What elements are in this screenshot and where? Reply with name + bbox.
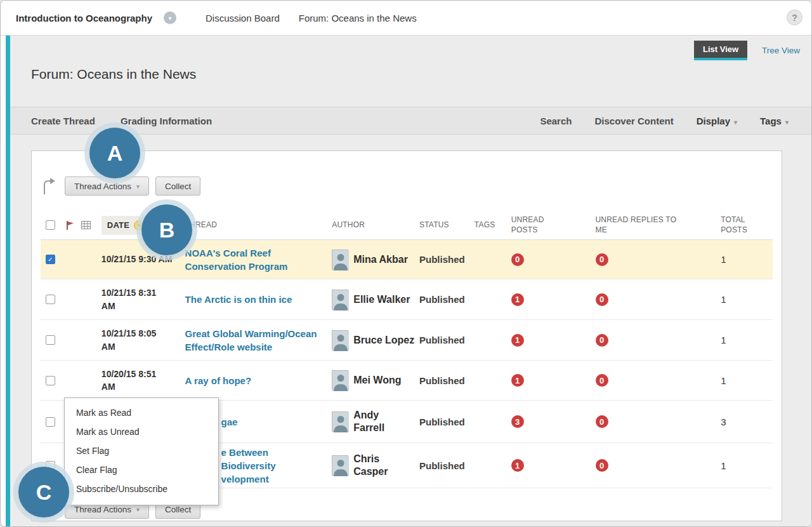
annotation-circle-b: B xyxy=(141,204,192,255)
author-avatar xyxy=(332,250,348,270)
unread-posts-badge: 1 xyxy=(511,374,524,387)
discover-content-button[interactable]: Discover Content xyxy=(594,116,673,126)
thread-actions-label: Thread Actions xyxy=(74,182,131,191)
menu-item-subscribe-unsubscribe[interactable]: Subscribe/Unsubscribe xyxy=(65,479,218,498)
tab-tree-view[interactable]: Tree View xyxy=(762,46,800,55)
thread-link[interactable]: A ray of hope? xyxy=(185,374,324,387)
thread-author-cell: Bruce Lopez xyxy=(332,330,419,350)
collect-button[interactable]: Collect xyxy=(155,177,200,196)
search-button[interactable]: Search xyxy=(540,116,572,126)
action-bar-right: Search Discover Content Display▾ Tags▾ xyxy=(540,116,789,126)
header-unread-replies-label: UNREAD REPLIES TO ME xyxy=(592,215,715,235)
row-checkbox[interactable] xyxy=(46,295,55,304)
author-name: Mei Wong xyxy=(353,374,401,387)
display-label: Display xyxy=(697,116,730,126)
accent-stripe xyxy=(6,36,10,526)
unread-replies-cell: 0 xyxy=(592,334,715,347)
thread-status: Published xyxy=(419,460,475,471)
select-all-checkbox[interactable] xyxy=(46,220,55,230)
row-checkbox-cell xyxy=(41,295,66,304)
row-checkbox[interactable] xyxy=(46,335,55,345)
grading-information-button[interactable]: Grading Information xyxy=(121,116,212,126)
tab-list-view[interactable]: List View xyxy=(694,41,747,60)
unread-posts-cell: 1 xyxy=(502,459,592,472)
annotation-circle-c: C xyxy=(18,467,69,517)
unread-posts-badge: 3 xyxy=(511,415,524,428)
thread-title-cell: The Arctic is on thin ice xyxy=(184,293,332,306)
author-avatar xyxy=(332,290,348,310)
unread-replies-cell: 0 xyxy=(592,374,715,387)
thread-date: 10/21/15 8:05 AM xyxy=(100,327,184,353)
total-posts: 1 xyxy=(714,375,773,386)
thread-actions-button[interactable]: Thread Actions ▾ xyxy=(65,177,149,196)
unread-posts-cell: 1 xyxy=(502,293,592,306)
unread-replies-badge: 0 xyxy=(596,459,608,472)
display-menu-button[interactable]: Display▾ xyxy=(697,116,737,126)
unread-replies-cell: 0 xyxy=(592,415,715,428)
action-bar: Create Thread Grading Information Search… xyxy=(10,107,811,135)
thread-link[interactable]: NOAA's Coral Reef Conservation Program xyxy=(185,246,324,273)
author-avatar xyxy=(332,370,348,390)
author-avatar xyxy=(332,411,348,432)
thread-actions-label: Thread Actions xyxy=(74,505,131,514)
menu-item-mark-as-unread[interactable]: Mark as Unread xyxy=(65,422,218,441)
unread-replies-cell: 0 xyxy=(592,253,715,266)
unread-replies-badge: 0 xyxy=(596,293,608,306)
unread-replies-cell: 0 xyxy=(592,459,715,472)
thread-status: Published xyxy=(419,375,475,386)
thread-author-cell: Ellie Walker xyxy=(332,290,419,310)
header-author-label: AUTHOR xyxy=(332,220,419,230)
header-date-label: DATE xyxy=(107,220,129,230)
header-checkbox-cell xyxy=(41,220,66,230)
invert-selection-arrow-icon[interactable] xyxy=(41,177,56,195)
page-title: Forum: Oceans in the News xyxy=(31,67,196,82)
unread-posts-cell: 3 xyxy=(502,415,592,428)
unread-posts-cell: 0 xyxy=(502,253,592,266)
unread-posts-cell: 1 xyxy=(502,374,592,387)
row-checkbox-cell xyxy=(41,335,66,345)
header-icons-cell xyxy=(66,220,100,230)
row-checkbox-cell: ✓ xyxy=(41,255,66,264)
author-name: Andy Farrell xyxy=(353,409,384,434)
row-checkbox-cell xyxy=(41,417,66,427)
unread-posts-badge: 0 xyxy=(511,253,524,266)
menu-item-mark-as-read[interactable]: Mark as Read xyxy=(65,403,218,422)
help-icon[interactable]: ? xyxy=(787,10,802,25)
thread-status: Published xyxy=(419,254,475,265)
unread-replies-badge: 0 xyxy=(596,374,608,387)
breadcrumb-discussion-board[interactable]: Discussion Board xyxy=(206,13,280,23)
chevron-down-icon: ▾ xyxy=(734,119,737,126)
thread-title-cell: A ray of hope? xyxy=(184,374,332,387)
create-thread-button[interactable]: Create Thread xyxy=(31,116,95,126)
total-posts: 1 xyxy=(714,254,773,265)
tags-menu-button[interactable]: Tags▾ xyxy=(760,116,789,126)
thread-link[interactable]: The Arctic is on thin ice xyxy=(185,293,324,306)
thread-date: 10/21/15 8:31 AM xyxy=(100,286,184,312)
row-checkbox[interactable]: ✓ xyxy=(46,255,55,264)
collect-label: Collect xyxy=(165,182,191,191)
thread-link[interactable]: Great Global Warming/Ocean Effect/Role w… xyxy=(185,327,324,354)
table-row: 10/20/15 8:51 AMA ray of hope?Mei WongPu… xyxy=(41,361,773,401)
header-thread-label: THREAD xyxy=(184,220,332,230)
unread-posts-cell: 1 xyxy=(502,334,592,347)
flag-icon xyxy=(66,220,75,230)
chevron-down-icon: ▾ xyxy=(136,183,140,190)
unread-posts-badge: 1 xyxy=(511,293,524,306)
row-checkbox[interactable] xyxy=(46,376,55,385)
grid-icon xyxy=(81,221,91,229)
menu-item-set-flag[interactable]: Set Flag xyxy=(65,441,218,460)
thread-status: Published xyxy=(419,294,475,305)
top-controls: Thread Actions ▾ Collect xyxy=(41,177,207,196)
thread-title-cell: NOAA's Coral Reef Conservation Program xyxy=(184,246,332,273)
header-status-label: STATUS xyxy=(419,220,475,230)
total-posts: 1 xyxy=(714,460,773,471)
breadcrumb-forum: Forum: Oceans in the News xyxy=(299,13,417,23)
author-name: Bruce Lopez xyxy=(353,334,414,347)
row-checkbox[interactable] xyxy=(46,417,55,427)
menu-item-clear-flag[interactable]: Clear Flag xyxy=(65,460,218,479)
unread-replies-badge: 0 xyxy=(596,334,608,347)
header-tags-label: TAGS xyxy=(475,220,502,230)
thread-author-cell: Mina Akbar xyxy=(332,250,419,270)
course-menu-chevron-icon[interactable]: ▾ xyxy=(164,11,176,24)
thread-actions-context-menu: Mark as Read Mark as Unread Set Flag Cle… xyxy=(64,397,219,505)
